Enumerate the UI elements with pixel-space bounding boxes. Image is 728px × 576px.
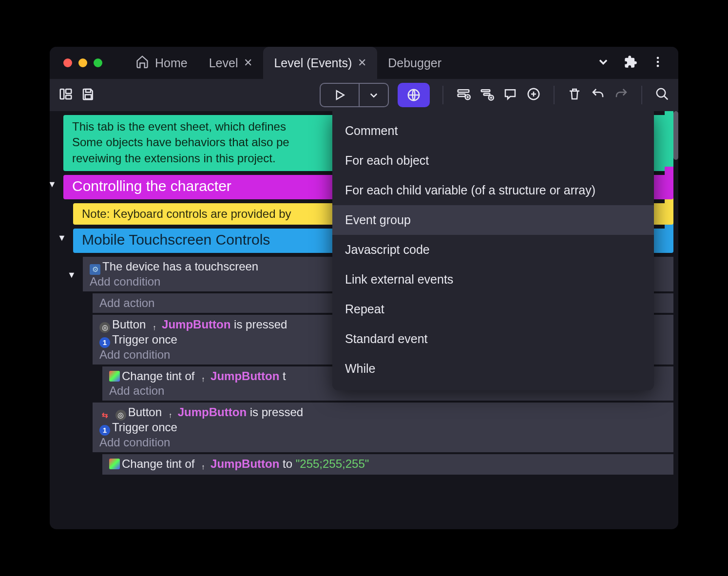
- minimap-stripe: [665, 111, 673, 163]
- predicate-text: is pressed: [250, 405, 303, 419]
- minimize-window-button[interactable]: [78, 58, 87, 67]
- note-text: Note: Keyboard controls are provided by: [82, 207, 291, 220]
- button-label: Button: [112, 318, 146, 331]
- toolbar: [50, 79, 678, 111]
- add-circle-icon[interactable]: [526, 87, 541, 103]
- group-title: Mobile Touchscreen Controls: [82, 231, 270, 248]
- add-action-button[interactable]: Add action: [99, 296, 154, 309]
- invert-icon: ⇆: [99, 410, 110, 421]
- trigger-once-text: Trigger once: [112, 421, 177, 434]
- menu-item-for-each-child[interactable]: For each child variable (of a structure …: [332, 175, 654, 205]
- tab-level[interactable]: Level ✕: [198, 47, 264, 79]
- tint-icon: [109, 371, 120, 382]
- more-icon[interactable]: [651, 55, 665, 71]
- add-subevent-icon[interactable]: [479, 87, 494, 103]
- change-tint-text: Change tint of: [122, 457, 194, 470]
- add-event-dropdown: Comment For each object For each child v…: [332, 111, 654, 390]
- event-sheet: This tab is the event sheet, which defin…: [50, 111, 678, 529]
- group-title: Controlling the character: [72, 178, 231, 194]
- search-icon[interactable]: [655, 87, 670, 103]
- tab-level-label: Level: [209, 56, 238, 70]
- target-icon: ◎: [99, 322, 110, 333]
- chevron-down-icon[interactable]: [596, 55, 610, 71]
- add-condition-button[interactable]: Add condition: [99, 348, 170, 361]
- svg-rect-7: [85, 95, 92, 99]
- menu-item-for-each-object[interactable]: For each object: [332, 146, 654, 175]
- delete-icon[interactable]: [567, 87, 582, 103]
- object-reference: JumpButton: [178, 405, 247, 419]
- add-comment-icon[interactable]: [503, 87, 517, 103]
- condition-text: The device has a touchscreen: [102, 260, 258, 273]
- panel-icon[interactable]: [58, 87, 73, 103]
- menu-item-while[interactable]: While: [332, 354, 654, 384]
- collapse-arrow-icon[interactable]: ▼: [67, 270, 76, 280]
- close-icon[interactable]: ✕: [244, 57, 252, 69]
- event-condition[interactable]: ⇆ ◎Button ↑JumpButton is pressed 1Trigge…: [93, 403, 673, 452]
- add-condition-button[interactable]: Add condition: [99, 436, 170, 449]
- object-reference: JumpButton: [211, 369, 279, 383]
- close-icon[interactable]: ✕: [358, 57, 366, 69]
- menu-item-javascript-code[interactable]: Javascript code: [332, 235, 654, 265]
- tab-debugger-label: Debugger: [388, 56, 441, 70]
- menu-item-link-external[interactable]: Link external events: [332, 265, 654, 294]
- tab-bar: Home Level ✕ Level (Events) ✕ Debugger: [125, 47, 452, 79]
- trigger-once-icon: 1: [99, 337, 110, 348]
- arrow-up-icon: ↑: [198, 461, 209, 472]
- arrow-up-icon: ↑: [149, 322, 160, 333]
- svg-rect-6: [86, 89, 91, 92]
- titlebar: Home Level ✕ Level (Events) ✕ Debugger: [50, 47, 678, 79]
- svg-rect-12: [481, 90, 490, 92]
- target-icon: ◎: [115, 410, 126, 421]
- menu-item-comment[interactable]: Comment: [332, 116, 654, 146]
- gear-icon: ⚙: [90, 264, 100, 275]
- undo-icon[interactable]: [591, 87, 605, 103]
- svg-rect-5: [66, 96, 71, 99]
- menu-item-standard-event[interactable]: Standard event: [332, 324, 654, 354]
- svg-point-16: [657, 89, 666, 97]
- arrow-up-icon: ↑: [198, 373, 209, 384]
- svg-point-0: [657, 57, 659, 59]
- svg-rect-10: [458, 94, 465, 96]
- play-button[interactable]: [321, 84, 359, 106]
- trigger-once-icon: 1: [99, 425, 110, 436]
- redo-icon[interactable]: [614, 87, 629, 103]
- string-literal: "255;255;255": [296, 457, 369, 470]
- svg-rect-9: [458, 90, 469, 92]
- add-action-button[interactable]: Add action: [109, 384, 164, 397]
- svg-rect-4: [66, 89, 71, 94]
- menu-item-event-group[interactable]: Event group: [332, 205, 654, 235]
- network-preview-button[interactable]: [398, 83, 430, 107]
- play-dropdown-button[interactable]: [359, 84, 388, 106]
- window-controls: [50, 58, 116, 67]
- tab-debugger[interactable]: Debugger: [377, 47, 452, 79]
- app-window: Home Level ✕ Level (Events) ✕ Debugger: [50, 47, 678, 529]
- home-icon: [135, 55, 149, 71]
- svg-point-1: [657, 61, 659, 63]
- object-reference: JumpButton: [211, 457, 279, 470]
- menu-item-repeat[interactable]: Repeat: [332, 294, 654, 324]
- svg-rect-3: [60, 89, 64, 99]
- play-button-group: [320, 83, 389, 107]
- maximize-window-button[interactable]: [94, 58, 102, 67]
- save-icon[interactable]: [81, 87, 96, 103]
- tab-home[interactable]: Home: [125, 47, 198, 79]
- tint-icon: [109, 459, 120, 469]
- predicate-text: is pressed: [234, 318, 287, 331]
- add-condition-button[interactable]: Add condition: [90, 275, 160, 288]
- change-tint-text: Change tint of: [122, 369, 194, 383]
- trigger-once-text: Trigger once: [112, 333, 177, 346]
- collapse-arrow-icon[interactable]: ▼: [57, 233, 66, 243]
- extension-icon[interactable]: [624, 55, 637, 71]
- titlebar-right: [596, 55, 678, 71]
- tab-level-events[interactable]: Level (Events) ✕: [263, 47, 377, 79]
- button-label: Button: [128, 405, 162, 419]
- svg-point-2: [657, 65, 659, 67]
- event-action[interactable]: Change tint of ↑JumpButton to "255;255;2…: [102, 454, 673, 475]
- close-window-button[interactable]: [63, 58, 72, 67]
- object-reference: JumpButton: [162, 318, 230, 331]
- add-event-icon[interactable]: [456, 87, 471, 103]
- collapse-arrow-icon[interactable]: ▼: [50, 179, 57, 190]
- svg-rect-13: [484, 94, 490, 96]
- scrollbar[interactable]: [673, 111, 678, 160]
- arrow-up-icon: ↑: [165, 410, 176, 421]
